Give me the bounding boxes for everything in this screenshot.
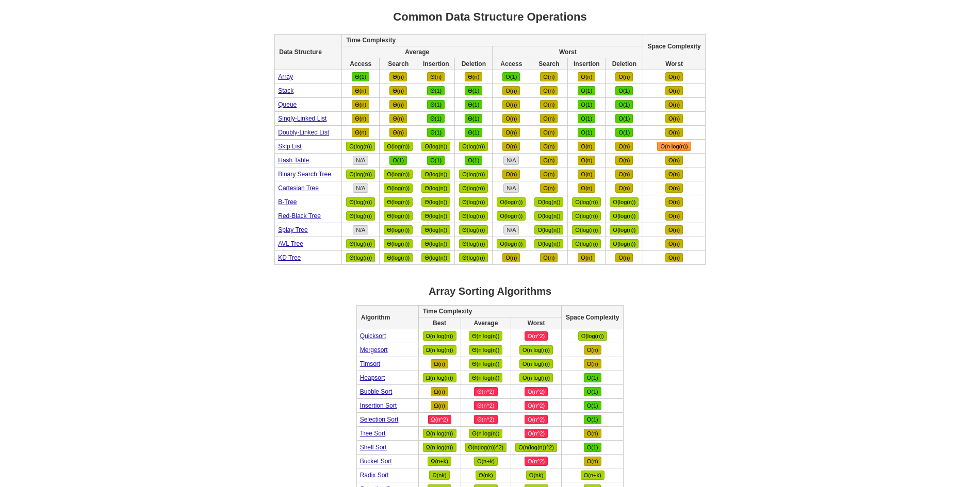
sort-name-link[interactable]: Insertion Sort (360, 402, 397, 409)
table-row: QueueΘ(n)Θ(n)Θ(1)Θ(1)O(n)O(n)O(1)O(1)O(n… (275, 98, 706, 112)
ds-name-link[interactable]: B-Tree (278, 198, 297, 206)
complexity-cell: O(n) (568, 167, 606, 181)
complexity-cell: Θ(log(n)) (417, 195, 455, 209)
complexity-cell: Θ(log(n)) (380, 223, 417, 237)
sort-name-cell: Insertion Sort (356, 399, 418, 413)
complexity-badge: O(n) (665, 170, 683, 179)
ds-name-link[interactable]: Queue (278, 101, 297, 108)
sort-complexity-cell: Ω(n+k) (418, 482, 461, 488)
table-row: Skip ListΘ(log(n))Θ(log(n))Θ(log(n))Θ(lo… (275, 140, 706, 154)
complexity-cell: Θ(log(n)) (380, 140, 417, 154)
complexity-cell: O(n) (643, 237, 705, 251)
sort-name-link[interactable]: Radix Sort (360, 472, 389, 479)
ds-name-cell: Cartesian Tree (275, 181, 342, 195)
complexity-badge: O(n) (540, 128, 558, 137)
sort-complexity-badge: O(n^2) (525, 331, 548, 341)
ds-header-row-1: Data Structure Time Complexity Space Com… (275, 35, 706, 46)
sort-complexity-badge: Ω(n log(n)) (423, 429, 456, 438)
complexity-cell: Θ(1) (417, 154, 455, 167)
sort-complexity-badge: Θ(n log(n)) (469, 359, 502, 368)
ds-name-cell: Hash Table (275, 154, 342, 167)
complexity-badge: N/A (503, 225, 519, 234)
ds-name-link[interactable]: Red-Black Tree (278, 212, 321, 220)
sort-name-link[interactable]: Bubble Sort (360, 388, 393, 395)
sort-complexity-badge: Ω(n log(n)) (423, 345, 456, 355)
ds-name-link[interactable]: KD Tree (278, 254, 301, 261)
sort-name-link[interactable]: Timsort (360, 360, 381, 367)
sort-name-link[interactable]: Bucket Sort (360, 458, 392, 465)
complexity-badge: O(n) (540, 156, 558, 165)
ds-name-link[interactable]: Singly-Linked List (278, 115, 326, 122)
complexity-badge: Θ(log(n)) (384, 197, 413, 207)
complexity-cell: Θ(log(n)) (417, 223, 455, 237)
table-row: Splay TreeN/AΘ(log(n))Θ(log(n))Θ(log(n))… (275, 223, 706, 237)
ds-name-link[interactable]: Splay Tree (278, 226, 307, 233)
sort-complexity-cell: Ω(n log(n)) (418, 441, 461, 455)
complexity-cell: O(1) (568, 126, 606, 140)
sort-complexity-cell: O(1) (561, 413, 623, 427)
table-row: Singly-Linked ListΘ(n)Θ(n)Θ(1)Θ(1)O(n)O(… (275, 112, 706, 126)
complexity-cell: O(n) (530, 167, 568, 181)
sort-complexity-badge: O(n+k) (525, 484, 548, 487)
complexity-cell: O(log(n)) (606, 209, 643, 223)
complexity-badge: Θ(1) (427, 156, 445, 165)
ds-name-link[interactable]: Binary Search Tree (278, 171, 331, 178)
complexity-cell: O(n) (493, 251, 530, 265)
sort-name-link[interactable]: Selection Sort (360, 416, 399, 423)
ds-table-body: ArrayΘ(1)Θ(n)Θ(n)Θ(n)O(1)O(n)O(n)O(n)O(n… (275, 70, 706, 265)
table-row: QuicksortΩ(n log(n))Θ(n log(n))O(n^2)O(l… (356, 329, 624, 343)
ds-name-link[interactable]: Hash Table (278, 157, 309, 164)
sort-complexity-badge: O(n log(n)) (519, 373, 553, 382)
table-row: B-TreeΘ(log(n))Θ(log(n))Θ(log(n))Θ(log(n… (275, 195, 706, 209)
complexity-badge: Θ(log(n)) (346, 211, 375, 221)
sort-name-link[interactable]: Mergesort (360, 346, 388, 354)
worst-insert-header: Insertion (568, 58, 606, 70)
sort-complexity-cell: O(n^2) (511, 399, 562, 413)
complexity-cell: O(n) (643, 251, 705, 265)
complexity-badge: O(n) (665, 253, 683, 262)
sort-complexity-badge: O(1) (584, 387, 601, 396)
complexity-cell: O(n) (493, 126, 530, 140)
sort-complexity-badge: Ω(n log(n)) (423, 373, 456, 382)
ds-name-link[interactable]: Array (278, 73, 293, 80)
complexity-badge: Θ(n) (352, 100, 369, 109)
sort-complexity-cell: O(n^2) (511, 427, 562, 441)
complexity-badge: O(n) (665, 239, 683, 248)
sort-name-link[interactable]: Quicksort (360, 332, 386, 340)
complexity-badge: Θ(log(n)) (346, 197, 375, 207)
complexity-badge: O(n) (502, 100, 520, 109)
complexity-cell: O(n) (530, 112, 568, 126)
table-row: Bubble SortΩ(n)Θ(n^2)O(n^2)O(1) (356, 385, 624, 399)
complexity-cell: Θ(n) (417, 70, 455, 84)
sort-name-cell: Timsort (356, 357, 418, 371)
sort-name-link[interactable]: Shell Sort (360, 444, 387, 451)
sort-complexity-cell: Θ(n log(n)) (461, 371, 511, 385)
sort-complexity-badge: Θ(nk) (476, 471, 496, 480)
complexity-badge: O(log(n)) (610, 239, 639, 248)
worst-header-ds: Worst (493, 46, 643, 58)
complexity-cell: O(log(n)) (568, 195, 606, 209)
ds-name-link[interactable]: Cartesian Tree (278, 184, 319, 192)
sort-complexity-cell: Θ(n(log(n))^2) (461, 441, 511, 455)
sort-name-link[interactable]: Tree Sort (360, 430, 386, 437)
complexity-cell: Θ(n) (380, 126, 417, 140)
sort-complexity-cell: O(n log(n)) (511, 343, 562, 357)
sort-name-link[interactable]: Heapsort (360, 374, 385, 381)
ds-name-link[interactable]: Skip List (278, 143, 301, 150)
complexity-cell: O(n) (530, 154, 568, 167)
sort-complexity-badge: O(1) (584, 415, 601, 424)
complexity-badge: O(log(n)) (610, 225, 639, 234)
complexity-badge: Θ(n) (427, 72, 445, 81)
sort-complexity-badge: O(n) (584, 345, 601, 355)
complexity-badge: Θ(log(n)) (459, 183, 488, 193)
sort-complexity-badge: Θ(n(log(n))^2) (465, 443, 507, 452)
complexity-badge: Θ(log(n)) (384, 142, 413, 151)
worst-header-sort: Worst (511, 317, 562, 329)
sort-complexity-badge: O(n) (584, 429, 601, 438)
ds-name-link[interactable]: Stack (278, 87, 293, 94)
complexity-cell: N/A (493, 154, 530, 167)
complexity-badge: O(n) (665, 183, 683, 193)
ds-name-link[interactable]: AVL Tree (278, 240, 303, 247)
ds-name-link[interactable]: Doubly-Linked List (278, 129, 329, 136)
complexity-badge: O(1) (615, 128, 633, 137)
